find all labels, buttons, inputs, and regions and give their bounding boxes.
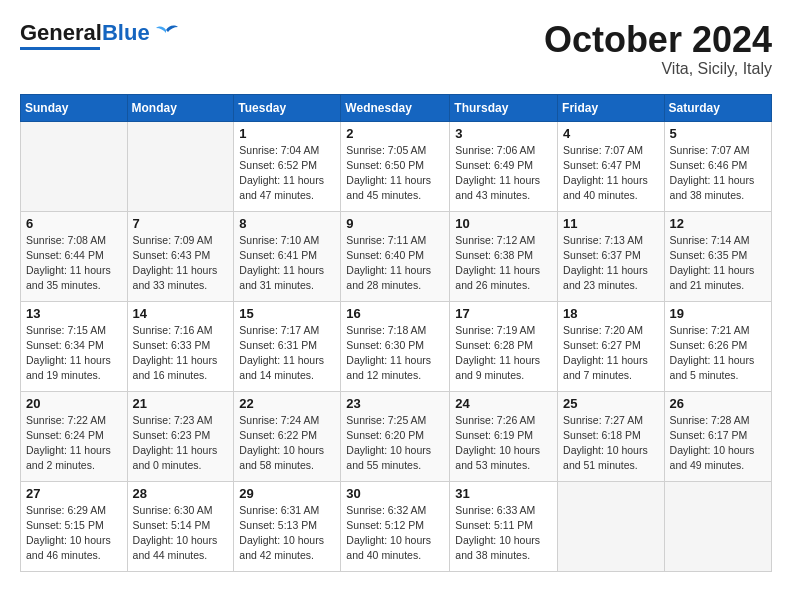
calendar-cell: 10Sunrise: 7:12 AMSunset: 6:38 PMDayligh… (450, 211, 558, 301)
weekday-header-row: SundayMondayTuesdayWednesdayThursdayFrid… (21, 94, 772, 121)
day-number: 27 (26, 486, 122, 501)
calendar-cell: 1Sunrise: 7:04 AMSunset: 6:52 PMDaylight… (234, 121, 341, 211)
calendar-cell: 4Sunrise: 7:07 AMSunset: 6:47 PMDaylight… (558, 121, 665, 211)
day-info: Sunrise: 7:16 AMSunset: 6:33 PMDaylight:… (133, 323, 229, 384)
day-number: 15 (239, 306, 335, 321)
day-number: 31 (455, 486, 552, 501)
day-number: 23 (346, 396, 444, 411)
calendar-cell: 5Sunrise: 7:07 AMSunset: 6:46 PMDaylight… (664, 121, 771, 211)
logo-bird-icon (152, 22, 180, 44)
day-info: Sunrise: 7:19 AMSunset: 6:28 PMDaylight:… (455, 323, 552, 384)
day-number: 12 (670, 216, 766, 231)
day-number: 7 (133, 216, 229, 231)
day-info: Sunrise: 7:22 AMSunset: 6:24 PMDaylight:… (26, 413, 122, 474)
day-number: 29 (239, 486, 335, 501)
calendar-cell: 25Sunrise: 7:27 AMSunset: 6:18 PMDayligh… (558, 391, 665, 481)
calendar-cell: 20Sunrise: 7:22 AMSunset: 6:24 PMDayligh… (21, 391, 128, 481)
calendar-cell (21, 121, 128, 211)
logo-general: GeneralBlue (20, 20, 150, 46)
day-info: Sunrise: 7:08 AMSunset: 6:44 PMDaylight:… (26, 233, 122, 294)
calendar-cell: 23Sunrise: 7:25 AMSunset: 6:20 PMDayligh… (341, 391, 450, 481)
calendar-cell: 3Sunrise: 7:06 AMSunset: 6:49 PMDaylight… (450, 121, 558, 211)
weekday-header-saturday: Saturday (664, 94, 771, 121)
calendar-cell: 18Sunrise: 7:20 AMSunset: 6:27 PMDayligh… (558, 301, 665, 391)
day-info: Sunrise: 7:17 AMSunset: 6:31 PMDaylight:… (239, 323, 335, 384)
day-info: Sunrise: 7:11 AMSunset: 6:40 PMDaylight:… (346, 233, 444, 294)
day-number: 19 (670, 306, 766, 321)
calendar-cell: 30Sunrise: 6:32 AMSunset: 5:12 PMDayligh… (341, 481, 450, 571)
day-number: 30 (346, 486, 444, 501)
day-number: 20 (26, 396, 122, 411)
day-info: Sunrise: 7:05 AMSunset: 6:50 PMDaylight:… (346, 143, 444, 204)
calendar-cell: 27Sunrise: 6:29 AMSunset: 5:15 PMDayligh… (21, 481, 128, 571)
weekday-header-monday: Monday (127, 94, 234, 121)
day-number: 17 (455, 306, 552, 321)
day-info: Sunrise: 6:30 AMSunset: 5:14 PMDaylight:… (133, 503, 229, 564)
calendar-cell: 11Sunrise: 7:13 AMSunset: 6:37 PMDayligh… (558, 211, 665, 301)
day-info: Sunrise: 7:10 AMSunset: 6:41 PMDaylight:… (239, 233, 335, 294)
day-info: Sunrise: 7:27 AMSunset: 6:18 PMDaylight:… (563, 413, 659, 474)
day-info: Sunrise: 7:07 AMSunset: 6:47 PMDaylight:… (563, 143, 659, 204)
calendar-cell: 9Sunrise: 7:11 AMSunset: 6:40 PMDaylight… (341, 211, 450, 301)
calendar-cell: 13Sunrise: 7:15 AMSunset: 6:34 PMDayligh… (21, 301, 128, 391)
calendar-cell: 7Sunrise: 7:09 AMSunset: 6:43 PMDaylight… (127, 211, 234, 301)
calendar-week-row: 20Sunrise: 7:22 AMSunset: 6:24 PMDayligh… (21, 391, 772, 481)
day-number: 18 (563, 306, 659, 321)
day-number: 2 (346, 126, 444, 141)
calendar-cell (127, 121, 234, 211)
calendar-cell: 28Sunrise: 6:30 AMSunset: 5:14 PMDayligh… (127, 481, 234, 571)
weekday-header-tuesday: Tuesday (234, 94, 341, 121)
day-info: Sunrise: 7:23 AMSunset: 6:23 PMDaylight:… (133, 413, 229, 474)
calendar-cell: 31Sunrise: 6:33 AMSunset: 5:11 PMDayligh… (450, 481, 558, 571)
calendar-cell (558, 481, 665, 571)
weekday-header-wednesday: Wednesday (341, 94, 450, 121)
weekday-header-sunday: Sunday (21, 94, 128, 121)
day-number: 8 (239, 216, 335, 231)
logo-underline (20, 47, 100, 50)
calendar-cell: 24Sunrise: 7:26 AMSunset: 6:19 PMDayligh… (450, 391, 558, 481)
header: GeneralBlue October 2024 Vita, Sicily, I… (20, 20, 772, 78)
day-info: Sunrise: 6:29 AMSunset: 5:15 PMDaylight:… (26, 503, 122, 564)
day-info: Sunrise: 7:28 AMSunset: 6:17 PMDaylight:… (670, 413, 766, 474)
weekday-header-friday: Friday (558, 94, 665, 121)
calendar-cell: 6Sunrise: 7:08 AMSunset: 6:44 PMDaylight… (21, 211, 128, 301)
day-info: Sunrise: 7:13 AMSunset: 6:37 PMDaylight:… (563, 233, 659, 294)
day-info: Sunrise: 7:07 AMSunset: 6:46 PMDaylight:… (670, 143, 766, 204)
calendar-table: SundayMondayTuesdayWednesdayThursdayFrid… (20, 94, 772, 572)
month-title: October 2024 (544, 20, 772, 60)
calendar-cell: 8Sunrise: 7:10 AMSunset: 6:41 PMDaylight… (234, 211, 341, 301)
day-number: 13 (26, 306, 122, 321)
calendar-cell: 19Sunrise: 7:21 AMSunset: 6:26 PMDayligh… (664, 301, 771, 391)
calendar-week-row: 13Sunrise: 7:15 AMSunset: 6:34 PMDayligh… (21, 301, 772, 391)
logo: GeneralBlue (20, 20, 180, 50)
calendar-cell: 22Sunrise: 7:24 AMSunset: 6:22 PMDayligh… (234, 391, 341, 481)
day-number: 6 (26, 216, 122, 231)
day-info: Sunrise: 7:20 AMSunset: 6:27 PMDaylight:… (563, 323, 659, 384)
day-info: Sunrise: 7:26 AMSunset: 6:19 PMDaylight:… (455, 413, 552, 474)
calendar-week-row: 27Sunrise: 6:29 AMSunset: 5:15 PMDayligh… (21, 481, 772, 571)
day-info: Sunrise: 7:04 AMSunset: 6:52 PMDaylight:… (239, 143, 335, 204)
calendar-cell: 12Sunrise: 7:14 AMSunset: 6:35 PMDayligh… (664, 211, 771, 301)
location: Vita, Sicily, Italy (544, 60, 772, 78)
day-number: 22 (239, 396, 335, 411)
day-info: Sunrise: 7:09 AMSunset: 6:43 PMDaylight:… (133, 233, 229, 294)
calendar-cell: 2Sunrise: 7:05 AMSunset: 6:50 PMDaylight… (341, 121, 450, 211)
calendar-cell (664, 481, 771, 571)
day-number: 14 (133, 306, 229, 321)
day-number: 26 (670, 396, 766, 411)
day-number: 10 (455, 216, 552, 231)
calendar-week-row: 1Sunrise: 7:04 AMSunset: 6:52 PMDaylight… (21, 121, 772, 211)
day-number: 11 (563, 216, 659, 231)
day-number: 28 (133, 486, 229, 501)
day-number: 3 (455, 126, 552, 141)
day-info: Sunrise: 7:15 AMSunset: 6:34 PMDaylight:… (26, 323, 122, 384)
calendar-cell: 16Sunrise: 7:18 AMSunset: 6:30 PMDayligh… (341, 301, 450, 391)
day-info: Sunrise: 6:33 AMSunset: 5:11 PMDaylight:… (455, 503, 552, 564)
day-info: Sunrise: 7:14 AMSunset: 6:35 PMDaylight:… (670, 233, 766, 294)
day-number: 1 (239, 126, 335, 141)
day-number: 5 (670, 126, 766, 141)
calendar-cell: 26Sunrise: 7:28 AMSunset: 6:17 PMDayligh… (664, 391, 771, 481)
calendar-cell: 15Sunrise: 7:17 AMSunset: 6:31 PMDayligh… (234, 301, 341, 391)
title-block: October 2024 Vita, Sicily, Italy (544, 20, 772, 78)
calendar-cell: 29Sunrise: 6:31 AMSunset: 5:13 PMDayligh… (234, 481, 341, 571)
